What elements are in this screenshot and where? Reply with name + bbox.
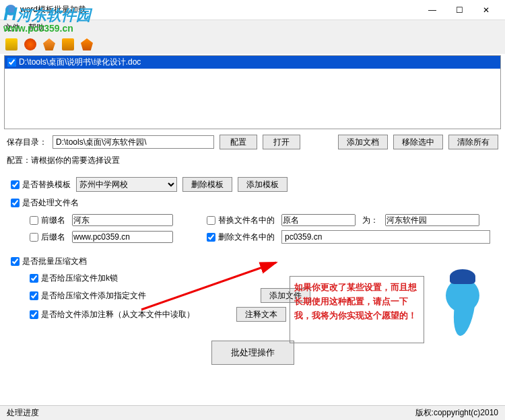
save-label: 保存目录： <box>7 137 47 148</box>
prefix-input[interactable] <box>72 214 173 226</box>
window-title: word模板批量加载 <box>20 4 419 15</box>
file-path: D:\tools\桌面\说明书\绿化设计.doc <box>19 57 141 68</box>
toolbar-icon-1[interactable] <box>5 38 18 50</box>
template-select[interactable]: 苏州中学网校 <box>76 177 177 192</box>
compress-add-file-check[interactable]: 是否给压缩文件添加指定文件 <box>30 290 146 302</box>
replace-in-name-check[interactable]: 替换文件名中的 <box>207 215 275 226</box>
status-left: 处理进度 <box>7 407 39 419</box>
remove-selected-button[interactable]: 移除选中 <box>393 135 443 149</box>
config-area: 是否替换模板 苏州中学网校 删除模板 添加模板 是否处理文件名 前缀名 替换文件… <box>0 168 505 330</box>
file-row[interactable]: D:\tools\桌面\说明书\绿化设计.doc <box>5 56 500 69</box>
statusbar: 处理进度 版权:coppyright(c)2010 <box>0 405 505 420</box>
config-button[interactable]: 配置 <box>220 135 257 149</box>
compress-comment-check[interactable]: 是否给文件添加注释（从文本文件中读取） <box>30 309 195 320</box>
suffix-check[interactable]: 后缀名 <box>30 232 65 243</box>
minimize-button[interactable]: — <box>419 1 446 20</box>
toolbar-icon-4[interactable] <box>62 38 74 50</box>
delete-in-name-input[interactable] <box>281 230 490 244</box>
add-doc-button[interactable]: 添加文档 <box>338 135 388 149</box>
comment-text-button[interactable]: 注释文本 <box>236 307 286 322</box>
replace-template-check[interactable]: 是否替换模板 <box>11 179 71 190</box>
batch-compress-check[interactable]: 是否批量压缩文档 <box>11 256 87 267</box>
replace-to-input[interactable] <box>385 214 479 226</box>
status-right: 版权:coppyright(c)2010 <box>415 407 498 419</box>
replace-to-label: 为： <box>362 215 378 226</box>
delete-in-name-check[interactable]: 删除文件名中的 <box>207 232 275 243</box>
delete-template-button[interactable]: 删除模板 <box>182 177 232 192</box>
suffix-input[interactable] <box>72 231 173 243</box>
save-path-input[interactable] <box>53 135 214 149</box>
toolbar-icon-3[interactable] <box>43 38 55 50</box>
toolbar-icon-5[interactable] <box>81 38 93 50</box>
genie-icon[interactable] <box>432 269 493 343</box>
batch-process-button[interactable]: 批处理操作 <box>211 341 294 365</box>
tip-message-box: 如果你更改了某些设置，而且想长期使用这种配置，请点一下我，我将为你实现这个愿望的… <box>290 276 424 343</box>
open-button[interactable]: 打开 <box>263 135 300 149</box>
menu-file[interactable]: 文件 <box>4 22 20 34</box>
save-row: 保存目录： 配置 打开 添加文档 移除选中 清除所有 <box>0 131 505 153</box>
config-title: 配置：请根据你的需要选择设置 <box>0 153 505 168</box>
add-template-button[interactable]: 添加模板 <box>238 177 288 192</box>
clear-all-button[interactable]: 清除所有 <box>448 135 498 149</box>
file-checkbox[interactable] <box>7 58 16 67</box>
titlebar: word模板批量加载 — ☐ ✕ <box>0 0 505 20</box>
file-list[interactable]: D:\tools\桌面\说明书\绿化设计.doc <box>4 55 501 129</box>
app-icon <box>5 5 16 15</box>
menubar: 文件 帮助 <box>0 20 505 35</box>
prefix-check[interactable]: 前缀名 <box>30 215 65 226</box>
toolbar-icon-2[interactable] <box>24 38 36 50</box>
process-filename-check[interactable]: 是否处理文件名 <box>11 197 79 209</box>
close-button[interactable]: ✕ <box>473 1 500 20</box>
toolbar <box>0 35 505 54</box>
replace-from-input[interactable] <box>281 214 356 226</box>
menu-help[interactable]: 帮助 <box>28 22 44 34</box>
maximize-button[interactable]: ☐ <box>446 1 473 20</box>
compress-lock-check[interactable]: 是否给压缩文件加k锁 <box>30 273 118 284</box>
